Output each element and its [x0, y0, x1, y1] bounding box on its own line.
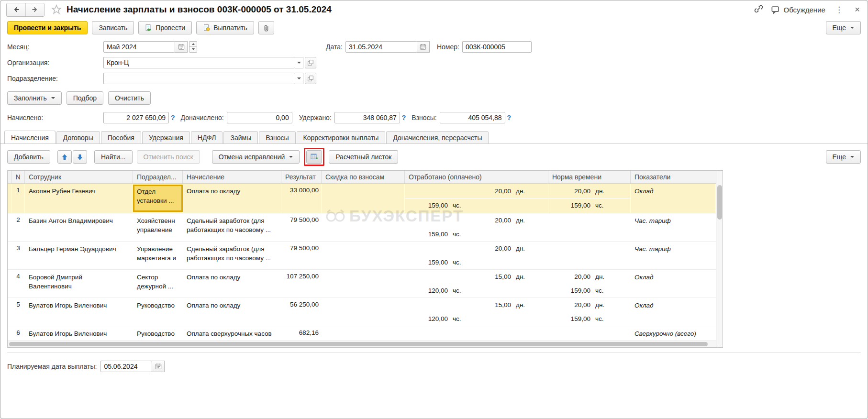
cell-norm[interactable] [548, 326, 631, 341]
attachments-button[interactable] [258, 21, 274, 34]
favorite-star-icon[interactable] [51, 4, 62, 15]
cell-discount[interactable] [322, 326, 405, 341]
additional-input[interactable] [227, 112, 292, 123]
cell-norm[interactable] [548, 242, 631, 269]
cell-discount[interactable] [322, 213, 405, 241]
horizontal-scrollbar[interactable] [8, 341, 716, 347]
pay-button[interactable]: Выплатить [196, 21, 254, 34]
planned-date-calendar-button[interactable] [152, 361, 165, 372]
cell-accrual[interactable]: Оплата по окладу [183, 270, 281, 298]
cell-discount[interactable] [322, 298, 405, 326]
close-icon[interactable]: × [853, 4, 862, 15]
cancel-search-button[interactable]: Отменить поиск [137, 150, 200, 164]
column-worked[interactable]: Отработано (оплачено) [405, 171, 548, 183]
tab-posobiya[interactable]: Пособия [101, 131, 141, 144]
cell-department-current[interactable]: Отдел установки ... [133, 184, 183, 213]
clear-button[interactable]: Очистить [108, 91, 151, 105]
cell-accrual[interactable]: Оплата по окладу [183, 184, 281, 213]
table-row[interactable]: 2 Базин Антон Владимирович Хозяйственн у… [8, 213, 716, 242]
table-row[interactable]: 5 Булатов Игорь Виленович Руководство Оп… [8, 298, 716, 326]
cell-employee[interactable]: Акопян Рубен Гезевич [25, 184, 133, 213]
find-button[interactable]: Найти... [94, 150, 133, 164]
cell-result[interactable]: 79 500,00 [281, 242, 322, 269]
cell-result[interactable]: 682,16 [281, 326, 322, 341]
cell-worked[interactable]: 20,00дн. 159,00чс. [405, 184, 548, 213]
cell-worked[interactable]: 20,00дн. 159,00чс. [405, 213, 548, 241]
cell-norm[interactable]: 20,00дн. 159,00чс. [548, 184, 631, 213]
withheld-help-link[interactable]: ? [402, 114, 406, 121]
tab-donachisleniya[interactable]: Доначисления, перерасчеты [386, 131, 489, 144]
cell-department[interactable]: Руководство [133, 326, 183, 341]
cell-indicators[interactable]: Час. тариф [631, 242, 716, 269]
cell-accrual[interactable]: Сдельный заработок (для работающих по ча… [183, 213, 281, 241]
cell-result[interactable]: 79 500,00 [281, 213, 322, 241]
department-input[interactable] [103, 73, 295, 84]
tab-nachisleniya[interactable]: Начисления [4, 131, 56, 144]
cell-employee[interactable]: Боровой Дмитрий Валентинович [25, 270, 133, 298]
cell-indicators[interactable]: Час. тариф [631, 213, 716, 241]
cell-indicators[interactable]: Оклад [631, 184, 716, 213]
cell-employee[interactable]: Булатов Игорь Виленович [25, 298, 133, 326]
cell-department[interactable]: Управление маркетинга и [133, 242, 183, 269]
table-row[interactable]: 3 Бальцер Герман Эдуардович Управление м… [8, 242, 716, 270]
get-link-icon[interactable] [754, 4, 763, 15]
kebab-menu-icon[interactable]: ⋮ [833, 6, 845, 14]
column-employee[interactable]: Сотрудник [25, 171, 133, 183]
cell-discount[interactable] [322, 184, 405, 213]
stepper-down-icon[interactable] [189, 46, 197, 52]
tab-dogovory[interactable]: Договоры [56, 131, 100, 144]
save-button[interactable]: Записать [92, 21, 134, 34]
tab-uderzhaniya[interactable]: Удержания [142, 131, 190, 144]
pick-button[interactable]: Подбор [67, 91, 103, 105]
post-button[interactable]: Провести [138, 21, 192, 34]
cell-indicators[interactable]: Оклад [631, 270, 716, 298]
cell-worked[interactable]: 20,00дн. 159,00чс. [405, 242, 548, 269]
date-calendar-button[interactable] [417, 41, 430, 53]
scrollbar-thumb[interactable] [717, 185, 722, 220]
column-result[interactable]: Результат [281, 171, 322, 183]
date-input[interactable] [345, 41, 417, 53]
month-calendar-button[interactable] [175, 41, 188, 53]
move-down-button[interactable] [73, 150, 87, 164]
contributions-help-link[interactable]: ? [507, 114, 512, 121]
accrued-help-link[interactable]: ? [171, 114, 175, 121]
cell-discount[interactable] [322, 270, 405, 298]
column-n[interactable]: N [11, 171, 25, 183]
cell-norm[interactable]: 20,00дн. 159,00чс. [548, 298, 631, 326]
month-input[interactable] [103, 41, 175, 53]
cell-accrual[interactable]: Сдельный заработок (для работающих по ча… [183, 242, 281, 269]
month-stepper[interactable] [189, 41, 197, 53]
organization-dropdown-button[interactable] [295, 57, 303, 68]
table-row[interactable]: 4 Боровой Дмитрий Валентинович Сектор де… [8, 270, 716, 298]
discussion-button[interactable]: Обсуждение [771, 5, 825, 14]
more-button-table[interactable]: Еще [826, 150, 861, 164]
department-open-button[interactable] [305, 73, 316, 84]
cell-employee[interactable]: Булатов Игорь Виленович [25, 326, 133, 341]
fill-button[interactable]: Заполнить [7, 91, 62, 105]
column-indicators[interactable]: Показатели [631, 171, 716, 183]
cell-result[interactable]: 56 250,00 [281, 298, 322, 326]
column-accrual[interactable]: Начисление [183, 171, 281, 183]
column-department[interactable]: Подраздел... [133, 171, 183, 183]
more-button-top[interactable]: Еще [826, 21, 861, 34]
contributions-input[interactable] [440, 112, 505, 123]
column-norm[interactable]: Норма времени [548, 171, 631, 183]
cell-worked[interactable]: 15,00дн. 120,00чс. [405, 270, 548, 298]
cell-discount[interactable] [322, 242, 405, 269]
cell-indicators[interactable]: Оклад [631, 298, 716, 326]
post-and-close-button[interactable]: Провести и закрыть [7, 21, 88, 34]
add-row-button[interactable]: Добавить [7, 150, 50, 164]
column-discount[interactable]: Скидка по взносам [322, 171, 405, 183]
table-row[interactable]: 1 Акопян Рубен Гезевич Отдел установки .… [8, 184, 716, 213]
payslip-table-button[interactable] [306, 150, 322, 164]
tab-vznosy[interactable]: Взносы [259, 131, 295, 144]
cell-result[interactable]: 107 250,00 [281, 270, 322, 298]
payslip-button[interactable]: Расчетный листок [329, 150, 398, 164]
cell-norm[interactable]: 20,00дн. 159,00чс. [548, 270, 631, 298]
tab-zaymy[interactable]: Займы [223, 131, 258, 144]
move-up-button[interactable] [57, 150, 72, 164]
forward-button[interactable] [25, 3, 44, 16]
scrollbar-thumb[interactable] [9, 342, 708, 346]
cell-result[interactable]: 33 000,00 [281, 184, 322, 213]
number-input[interactable] [462, 41, 532, 53]
